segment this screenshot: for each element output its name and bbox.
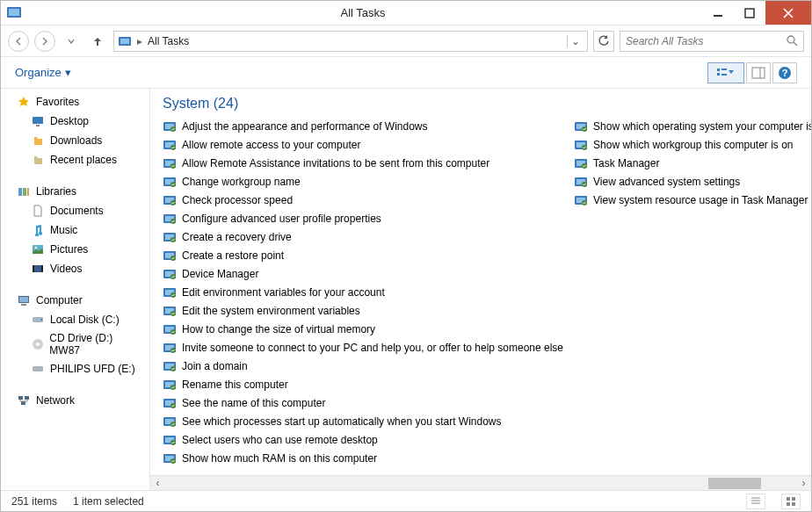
sidebar-item-local-disk[interactable]: Local Disk (C:) (1, 310, 149, 329)
breadcrumb[interactable]: All Tasks (148, 35, 189, 47)
svg-rect-2 (714, 15, 722, 17)
sidebar-libraries: Libraries Documents Music Pictures Video… (1, 182, 149, 278)
task-item[interactable]: Allow remote access to your computer (157, 135, 569, 154)
task-item[interactable]: Invite someone to connect to your PC and… (157, 338, 569, 357)
svg-rect-16 (33, 117, 43, 124)
task-item[interactable]: Edit the system environment variables (157, 301, 569, 320)
task-item[interactable]: Rename this computer (157, 375, 569, 393)
control-panel-item-icon (163, 230, 177, 244)
task-item[interactable]: Show which workgroup this computer is on (569, 135, 811, 154)
task-item[interactable]: Join a domain (157, 357, 569, 375)
scroll-left-arrow[interactable]: ‹ (150, 477, 165, 489)
svg-point-6 (787, 36, 794, 43)
task-label: Invite someone to connect to your PC and… (182, 342, 563, 354)
task-item[interactable]: Show which operating system your compute… (569, 117, 811, 135)
control-panel-item-icon (163, 433, 177, 447)
task-label: Adjust the appearance and performance of… (182, 120, 428, 133)
preview-pane-button[interactable] (746, 62, 771, 83)
sidebar-item-documents[interactable]: Documents (1, 201, 149, 220)
sidebar-network: Network (1, 391, 149, 410)
task-label: Device Manager (182, 268, 258, 280)
task-label: Create a restore point (182, 249, 284, 262)
minimize-button[interactable] (702, 1, 734, 25)
task-item[interactable]: See which processes start up automatical… (157, 412, 569, 430)
task-item[interactable]: Configure advanced user profile properti… (157, 209, 569, 227)
close-button[interactable] (765, 1, 811, 25)
sidebar-item-videos[interactable]: Videos (1, 259, 149, 278)
recent-locations-button[interactable] (61, 31, 82, 52)
group-header[interactable]: System (24) (150, 89, 811, 117)
task-item[interactable]: Show how much RAM is on this computer (157, 449, 569, 467)
pictures-icon (31, 242, 45, 256)
task-item[interactable]: Create a restore point (157, 246, 569, 264)
sidebar-libraries-header[interactable]: Libraries (1, 182, 149, 201)
music-icon (31, 223, 45, 237)
help-button[interactable]: ? (772, 62, 797, 83)
sidebar-computer-header[interactable]: Computer (1, 291, 149, 310)
organize-menu[interactable]: Organize ▾ (15, 66, 71, 79)
task-item[interactable]: Change workgroup name (157, 172, 569, 191)
control-panel-item-icon (163, 396, 177, 410)
control-panel-item-icon (163, 119, 177, 133)
svg-rect-12 (752, 68, 765, 78)
view-options-button[interactable] (707, 62, 744, 83)
search-input[interactable] (626, 35, 787, 47)
task-item[interactable]: Device Manager (157, 264, 569, 283)
refresh-button[interactable] (593, 31, 614, 52)
sidebar-network-header[interactable]: Network (1, 391, 149, 410)
horizontal-scrollbar[interactable]: ‹ › (150, 475, 811, 490)
task-item[interactable]: Check processor speed (157, 191, 569, 209)
sidebar-item-cd-drive[interactable]: CD Drive (D:) MW87 (1, 329, 149, 359)
task-item[interactable]: How to change the size of virtual memory (157, 320, 569, 338)
sidebar-favorites: Favorites Desktop Downloads Recent place… (1, 92, 149, 169)
forward-button[interactable] (34, 31, 55, 52)
svg-rect-3 (745, 9, 754, 18)
task-item[interactable]: See the name of this computer (157, 393, 569, 412)
titlebar: All Tasks (1, 1, 811, 25)
task-item[interactable]: Select users who can use remote desktop (157, 430, 569, 449)
svg-rect-18 (18, 188, 22, 196)
task-item[interactable]: Task Manager (569, 154, 811, 172)
sidebar-item-usb-drive[interactable]: PHILIPS UFD (E:) (1, 359, 149, 379)
svg-rect-11 (721, 74, 727, 76)
task-label: Change workgroup name (182, 176, 301, 188)
task-item[interactable]: View advanced system settings (569, 172, 811, 191)
scroll-right-arrow[interactable]: › (796, 477, 811, 489)
icons-view-button[interactable] (781, 494, 801, 509)
task-item[interactable]: Create a recovery drive (157, 227, 569, 246)
star-icon (17, 95, 31, 109)
details-view-button[interactable] (746, 494, 765, 509)
sidebar-favorites-header[interactable]: Favorites (1, 92, 149, 112)
sidebar-item-music[interactable]: Music (1, 220, 149, 240)
task-item[interactable]: Allow Remote Assistance invitations to b… (157, 154, 569, 172)
task-label: Show how much RAM is on this computer (182, 452, 377, 465)
task-label: View advanced system settings (593, 176, 740, 188)
sidebar-item-desktop[interactable]: Desktop (1, 112, 149, 131)
sidebar-item-downloads[interactable]: Downloads (1, 131, 149, 150)
back-button[interactable] (8, 31, 29, 52)
maximize-button[interactable] (734, 1, 765, 25)
scroll-thumb[interactable] (708, 478, 761, 489)
control-panel-item-icon (163, 138, 177, 152)
task-item[interactable]: Edit environment variables for your acco… (157, 283, 569, 301)
sidebar-item-recent[interactable]: Recent places (1, 150, 149, 169)
svg-rect-35 (25, 396, 29, 400)
task-label: See which processes start up automatical… (182, 415, 502, 428)
search-icon (787, 35, 798, 47)
task-item[interactable]: Adjust the appearance and performance of… (157, 117, 569, 135)
up-button[interactable] (87, 31, 108, 52)
svg-rect-19 (23, 188, 26, 196)
breadcrumb-separator: ▸ (137, 35, 142, 47)
address-bar[interactable]: ▸ All Tasks ⌄ (113, 31, 588, 52)
task-item[interactable]: View system resource usage in Task Manag… (569, 191, 811, 209)
sidebar-item-pictures[interactable]: Pictures (1, 240, 149, 259)
downloads-icon (31, 133, 45, 148)
svg-rect-1 (9, 9, 19, 16)
control-panel-item-icon (163, 415, 177, 429)
app-icon (6, 5, 24, 21)
scroll-track[interactable] (165, 476, 796, 490)
search-box[interactable] (620, 31, 804, 52)
svg-text:?: ? (782, 68, 788, 78)
svg-rect-17 (36, 125, 40, 126)
address-dropdown[interactable]: ⌄ (567, 35, 584, 47)
